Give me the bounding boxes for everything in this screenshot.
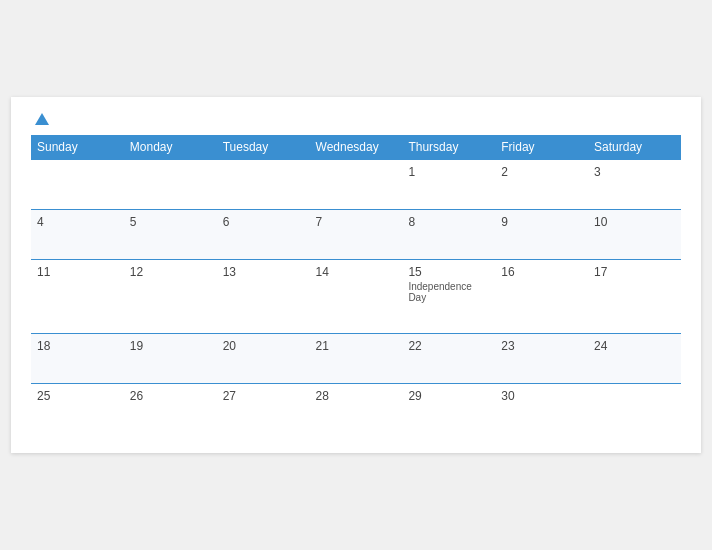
calendar-header <box>31 113 681 125</box>
calendar-cell: 16 <box>495 260 588 334</box>
day-number: 7 <box>316 215 397 229</box>
day-number: 25 <box>37 389 118 403</box>
calendar-cell: 1 <box>402 160 495 210</box>
calendar-week-row: 123 <box>31 160 681 210</box>
calendar-cell: 11 <box>31 260 124 334</box>
calendar-week-row: 1112131415Independence Day1617 <box>31 260 681 334</box>
logo-blue-text <box>31 113 49 125</box>
calendar-cell <box>588 384 681 434</box>
day-number: 5 <box>130 215 211 229</box>
calendar-cell: 17 <box>588 260 681 334</box>
weekday-header-thursday: Thursday <box>402 135 495 160</box>
logo-area <box>31 113 49 125</box>
day-number: 21 <box>316 339 397 353</box>
calendar-cell: 22 <box>402 334 495 384</box>
calendar-cell: 24 <box>588 334 681 384</box>
calendar-cell: 28 <box>310 384 403 434</box>
day-event: Independence Day <box>408 281 489 303</box>
calendar-cell <box>217 160 310 210</box>
day-number: 16 <box>501 265 582 279</box>
weekday-header-monday: Monday <box>124 135 217 160</box>
calendar-cell: 14 <box>310 260 403 334</box>
weekday-header-tuesday: Tuesday <box>217 135 310 160</box>
calendar-cell: 5 <box>124 210 217 260</box>
day-number: 12 <box>130 265 211 279</box>
calendar-week-row: 45678910 <box>31 210 681 260</box>
calendar-cell: 8 <box>402 210 495 260</box>
day-number: 26 <box>130 389 211 403</box>
day-number: 15 <box>408 265 489 279</box>
calendar-cell: 4 <box>31 210 124 260</box>
calendar-cell: 18 <box>31 334 124 384</box>
weekday-header-sunday: Sunday <box>31 135 124 160</box>
day-number: 3 <box>594 165 675 179</box>
day-number: 23 <box>501 339 582 353</box>
day-number: 4 <box>37 215 118 229</box>
calendar-cell: 2 <box>495 160 588 210</box>
calendar-cell: 30 <box>495 384 588 434</box>
day-number: 28 <box>316 389 397 403</box>
calendar-table: SundayMondayTuesdayWednesdayThursdayFrid… <box>31 135 681 433</box>
day-number: 24 <box>594 339 675 353</box>
calendar-cell <box>310 160 403 210</box>
calendar-week-row: 252627282930 <box>31 384 681 434</box>
logo-triangle-icon <box>35 113 49 125</box>
calendar-cell: 3 <box>588 160 681 210</box>
day-number: 6 <box>223 215 304 229</box>
day-number: 20 <box>223 339 304 353</box>
day-number: 8 <box>408 215 489 229</box>
calendar-cell <box>124 160 217 210</box>
calendar-week-row: 18192021222324 <box>31 334 681 384</box>
day-number: 10 <box>594 215 675 229</box>
weekday-header-row: SundayMondayTuesdayWednesdayThursdayFrid… <box>31 135 681 160</box>
calendar-cell: 15Independence Day <box>402 260 495 334</box>
calendar-cell: 21 <box>310 334 403 384</box>
calendar-cell: 20 <box>217 334 310 384</box>
calendar-cell: 29 <box>402 384 495 434</box>
calendar-cell: 13 <box>217 260 310 334</box>
calendar-cell: 10 <box>588 210 681 260</box>
day-number: 17 <box>594 265 675 279</box>
day-number: 1 <box>408 165 489 179</box>
day-number: 9 <box>501 215 582 229</box>
calendar-cell: 23 <box>495 334 588 384</box>
day-number: 11 <box>37 265 118 279</box>
day-number: 2 <box>501 165 582 179</box>
calendar-cell: 19 <box>124 334 217 384</box>
calendar-cell: 25 <box>31 384 124 434</box>
calendar-cell: 27 <box>217 384 310 434</box>
calendar-cell: 26 <box>124 384 217 434</box>
day-number: 18 <box>37 339 118 353</box>
calendar-cell: 6 <box>217 210 310 260</box>
calendar-cell: 9 <box>495 210 588 260</box>
day-number: 29 <box>408 389 489 403</box>
calendar-cell: 12 <box>124 260 217 334</box>
day-number: 19 <box>130 339 211 353</box>
day-number: 22 <box>408 339 489 353</box>
day-number: 13 <box>223 265 304 279</box>
calendar-cell <box>31 160 124 210</box>
calendar-wrapper: SundayMondayTuesdayWednesdayThursdayFrid… <box>11 97 701 453</box>
day-number: 30 <box>501 389 582 403</box>
weekday-header-wednesday: Wednesday <box>310 135 403 160</box>
calendar-cell: 7 <box>310 210 403 260</box>
weekday-header-friday: Friday <box>495 135 588 160</box>
day-number: 14 <box>316 265 397 279</box>
weekday-header-saturday: Saturday <box>588 135 681 160</box>
day-number: 27 <box>223 389 304 403</box>
